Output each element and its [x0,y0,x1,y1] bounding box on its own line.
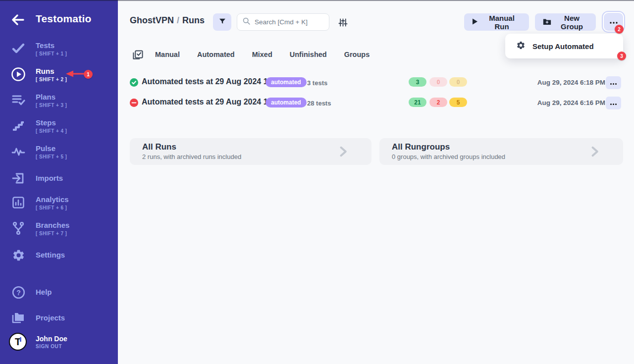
play-circle-icon [10,66,26,82]
sidebar-item-pulse[interactable]: Pulse [ SHIFT + 5 ] [0,143,118,160]
annotation-badge-1: 1 [84,70,93,79]
user-name: John Doe [36,335,67,343]
status-failed-icon [130,99,138,107]
tab-unfinished[interactable]: Unfinished [290,51,327,58]
sidebar-item-label: Steps [36,118,67,127]
tab-manual[interactable]: Manual [155,51,180,58]
failed-count-badge: 0 [429,77,447,87]
import-icon [10,170,26,186]
new-group-button[interactable]: New Group [535,13,596,31]
sidebar: Testomatio Tests [ SHIFT + 1 ] Runs [ SH… [0,0,118,364]
run-type-badge: automated [265,77,307,87]
sidebar-item-shortcut: [ SHIFT + 3 ] [36,103,67,108]
breadcrumb-current: Runs [182,15,205,25]
sidebar-item-label: Runs [36,67,67,76]
steps-icon [10,118,26,134]
bar-chart-icon [10,195,26,210]
passed-count-badge: 3 [409,77,426,87]
all-rungroups-card[interactable]: All Rungroups 0 groups, with archived gr… [379,138,623,165]
sidebar-item-shortcut: [ SHIFT + 4 ] [36,128,67,134]
ellipsis-icon [610,79,617,87]
annotation-badge-3: 3 [617,52,626,60]
filter-button[interactable] [213,13,231,31]
search-input[interactable] [255,18,319,26]
run-title[interactable]: Automated tests at 29 Aug 2024 18:16 [142,98,284,106]
breadcrumb-project[interactable]: GhostVPN [130,15,174,25]
breadcrumb: GhostVPN/Runs [130,15,205,26]
chevron-right-icon [587,145,601,160]
sidebar-item-label: Projects [36,313,65,322]
user-menu[interactable]: T John Doe SIGN OUT [0,332,118,355]
check-icon [10,41,26,56]
sidebar-item-label: Plans [36,93,67,102]
sidebar-item-shortcut: [ SHIFT + 7 ] [36,231,69,236]
skipped-count-badge: 5 [449,98,467,107]
all-runs-card[interactable]: All Runs 2 runs, with archived runs incl… [130,138,371,165]
sliders-icon[interactable] [336,15,350,29]
failed-count-badge: 2 [429,98,447,107]
sidebar-item-label: Tests [36,41,67,50]
setup-automated-label: Setup Automated [532,42,594,51]
run-tests-count: 28 tests [307,100,331,107]
sidebar-item-shortcut: [ SHIFT + 6 ] [36,205,69,210]
sidebar-item-label: Settings [36,251,65,260]
branch-icon [10,220,26,236]
sidebar-item-shortcut: [ SHIFT + 5 ] [36,154,67,159]
sidebar-item-analytics[interactable]: Analytics [ SHIFT + 6 ] [0,194,118,211]
sidebar-item-label: Pulse [36,144,67,153]
card-title: All Runs [142,142,176,152]
play-icon [472,18,478,26]
folder-icon [10,310,26,326]
tab-automated[interactable]: Automated [197,51,235,58]
sidebar-item-label: Analytics [36,195,69,204]
sidebar-header: Testomatio [0,12,118,30]
breadcrumb-separator: / [174,15,182,25]
status-passed-icon [130,78,138,87]
more-actions-menu: Setup Automated [505,34,623,58]
new-group-label: New Group [556,14,588,31]
back-arrow-icon[interactable] [10,13,26,28]
sidebar-item-plans[interactable]: Plans [ SHIFT + 3 ] [0,91,118,109]
run-title[interactable]: Automated tests at 29 Aug 2024 18:18 [142,77,284,86]
ellipsis-icon [609,18,618,26]
sign-out-link[interactable]: SIGN OUT [36,344,62,349]
sidebar-item-tests[interactable]: Tests [ SHIFT + 1 ] [0,40,118,57]
tab-groups[interactable]: Groups [344,51,370,58]
run-more-button[interactable] [606,76,621,89]
menu-item-setup-automated[interactable]: Setup Automated [505,34,623,58]
skipped-count-badge: 0 [449,77,467,87]
run-timestamp: Aug 29, 2024 6:18 PM [537,79,605,86]
manual-run-button[interactable]: Manual Run [464,13,529,31]
sidebar-item-label: Help [36,288,52,297]
sidebar-item-shortcut: [ SHIFT + 1 ] [36,51,67,56]
select-all-icon[interactable] [132,50,144,61]
run-type-badge: automated [265,98,307,107]
sidebar-item-imports[interactable]: Imports [0,172,118,184]
run-tests-count: 3 tests [307,79,327,87]
card-subtitle: 2 runs, with archived runs included [142,153,241,160]
main-content: GhostVPN/Runs Manual Run Ne [118,0,634,364]
help-icon: ? [10,284,26,300]
sidebar-item-branches[interactable]: Branches [ SHIFT + 7 ] [0,219,118,237]
tab-mixed[interactable]: Mixed [252,51,272,58]
list-check-icon [10,92,26,108]
gear-icon [10,247,26,263]
sidebar-item-steps[interactable]: Steps [ SHIFT + 4 ] [0,117,118,135]
run-more-button[interactable] [606,97,621,109]
run-timestamp: Aug 29, 2024 6:16 PM [537,99,605,106]
sidebar-item-projects[interactable]: Projects [0,312,118,324]
sidebar-item-label: Imports [36,174,63,183]
funnel-icon [218,17,226,27]
run-row: Automated tests at 29 Aug 2024 18:18 aut… [118,75,634,90]
passed-count-badge: 21 [409,98,426,107]
app-window: Testomatio Tests [ SHIFT + 1 ] Runs [ SH… [0,0,634,364]
search-box[interactable] [237,13,329,31]
sidebar-item-runs[interactable]: Runs [ SHIFT + 2 ] [0,65,118,83]
sidebar-item-settings[interactable]: Settings [0,249,118,261]
gear-icon [516,41,526,52]
card-title: All Rungroups [392,142,450,152]
card-subtitle: 0 groups, with archived groups included [392,153,505,160]
folder-plus-icon [543,18,551,27]
sidebar-item-help[interactable]: ? Help [0,286,118,298]
app-title: Testomatio [36,13,91,25]
